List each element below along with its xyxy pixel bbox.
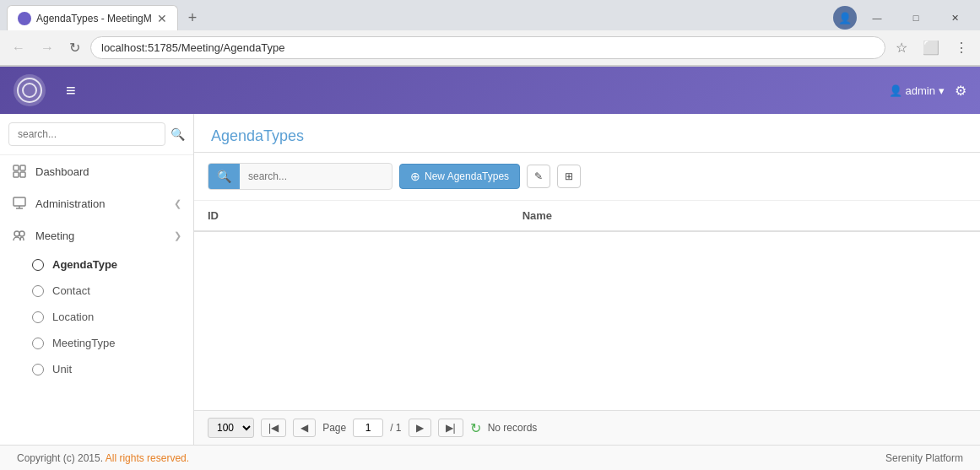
svg-rect-2 [14,172,19,177]
prev-page-button[interactable]: ◀ [293,419,316,437]
svg-rect-4 [14,197,25,206]
sidebar-sub-item-agendatype[interactable]: AgendaType [0,251,193,278]
first-page-button[interactable]: |◀ [261,419,286,437]
page-title: AgendaTypes [211,127,963,145]
sidebar-item-meeting[interactable]: Meeting ❯ [0,219,193,251]
svg-rect-1 [20,165,25,170]
back-button[interactable]: ← [7,37,30,59]
meeting-icon [12,228,27,243]
contact-icon [32,285,44,297]
sidebar-item-dashboard[interactable]: Dashboard [0,155,193,187]
user-menu[interactable]: 👤 admin ▾ [889,84,945,97]
edit-icon: ✎ [534,170,543,182]
administration-arrow-icon: ❮ [174,198,181,209]
svg-point-8 [19,231,24,236]
browser-tab-title: AgendaTypes - MeetingM [36,13,152,24]
new-agendatype-button[interactable]: ⊕ New AgendaTypes [399,164,520,189]
app-container: ≡ 👤 admin ▾ ⚙ 🔍 [0,67,980,470]
dashboard-icon [12,164,27,179]
minimize-button[interactable]: — [858,5,896,30]
settings-button[interactable]: ⚙ [955,83,966,99]
location-icon [32,311,44,323]
svg-point-7 [14,231,19,236]
sidebar-sub-item-location[interactable]: Location [0,304,193,330]
sidebar-contact-label: Contact [52,284,90,297]
menu-button[interactable]: ⋮ [950,36,973,59]
no-records-label: No records [488,422,538,434]
browser-tab-close[interactable]: ✕ [157,12,167,25]
page-label: Page [322,422,346,434]
meeting-arrow-icon: ❯ [174,230,181,241]
sidebar-meeting-label: Meeting [35,230,165,242]
content-toolbar: 🔍 ⊕ New AgendaTypes ✎ ⊞ [194,153,980,201]
main-area: 🔍 Dashboard [0,114,980,445]
col-name[interactable]: Name [509,201,980,231]
extensions-button[interactable]: ⬜ [918,36,945,59]
user-label: admin [906,84,935,97]
sidebar: 🔍 Dashboard [0,114,194,445]
table-header-row: ID Name [194,201,980,231]
data-table: ID Name [194,201,980,232]
sidebar-search-input[interactable] [8,122,165,146]
reload-button[interactable]: ↻ [64,36,85,59]
forward-button[interactable]: → [35,37,59,59]
app-logo-inner [17,78,42,103]
browser-toolbar: ← → ↻ ☆ ⬜ ⋮ [0,30,980,66]
last-page-button[interactable]: ▶| [438,419,463,437]
sidebar-administration-label: Administration [35,197,165,210]
administration-icon [12,196,27,211]
new-tab-button[interactable]: + [181,6,204,30]
next-page-button[interactable]: ▶ [409,419,431,437]
browser-chrome: AgendaTypes - MeetingM ✕ + 👤 — □ ✕ ← → ↻… [0,0,980,67]
svg-rect-0 [14,165,19,170]
col-id[interactable]: ID [194,201,509,231]
bookmark-button[interactable]: ☆ [891,36,912,59]
page-number-input[interactable] [353,419,383,437]
app-logo [14,74,46,106]
sidebar-search-button[interactable]: 🔍 [171,127,185,141]
settings-icon: ⚙ [955,84,966,98]
address-bar[interactable] [90,36,885,59]
agendatype-icon [32,259,44,271]
new-button-label: New AgendaTypes [425,170,509,182]
export-button[interactable]: ⊞ [557,165,581,188]
page-size-select[interactable]: 100 25 50 200 [208,418,254,438]
window-controls: 👤 — □ ✕ [833,5,973,30]
footer-copyright: Copyright (c) 2015. All rights reserved. [17,452,189,464]
export-icon: ⊞ [565,170,573,182]
svg-rect-3 [20,172,25,177]
app-footer: Copyright (c) 2015. All rights reserved.… [0,445,980,470]
browser-tab[interactable]: AgendaTypes - MeetingM ✕ [7,5,178,30]
footer-rights-link[interactable]: All rights reserved. [106,452,189,464]
sidebar-agendatype-label: AgendaType [52,258,117,271]
user-icon: 👤 [889,84,902,97]
sidebar-unit-label: Unit [52,363,72,375]
sidebar-meetingtype-label: MeetingType [52,337,115,349]
maximize-button[interactable]: □ [897,5,934,30]
sidebar-sub-item-contact[interactable]: Contact [0,278,193,304]
sidebar-search-container: 🔍 [0,114,193,155]
copyright-text: Copyright (c) 2015. [17,452,103,464]
sidebar-location-label: Location [52,311,94,323]
browser-titlebar: AgendaTypes - MeetingM ✕ + 👤 — □ ✕ [0,0,980,30]
footer-brand: Serenity Platform [885,452,963,464]
user-caret-icon: ▾ [939,84,945,97]
app-header: ≡ 👤 admin ▾ ⚙ [0,67,980,114]
sidebar-sub-item-unit[interactable]: Unit [0,356,193,382]
close-button[interactable]: ✕ [936,5,973,30]
toolbar-search-input[interactable] [240,165,392,188]
sidebar-item-administration[interactable]: Administration ❮ [0,187,193,219]
sidebar-nav: Dashboard Administration ❮ [0,155,193,445]
profile-icon[interactable]: 👤 [833,6,857,30]
new-icon: ⊕ [410,170,420,183]
content-header: AgendaTypes [194,114,980,153]
edit-button[interactable]: ✎ [527,165,550,188]
unit-icon [32,364,44,375]
toolbar-search-button[interactable]: 🔍 [208,164,240,189]
refresh-button[interactable]: ↻ [470,420,481,436]
meetingtype-icon [32,338,44,349]
hamburger-button[interactable]: ≡ [59,74,83,107]
pagination-bar: 100 25 50 200 |◀ ◀ Page / 1 ▶ ▶| ↻ No re… [194,410,980,445]
sidebar-sub-item-meetingtype[interactable]: MeetingType [0,330,193,356]
sidebar-dashboard-label: Dashboard [35,165,181,178]
